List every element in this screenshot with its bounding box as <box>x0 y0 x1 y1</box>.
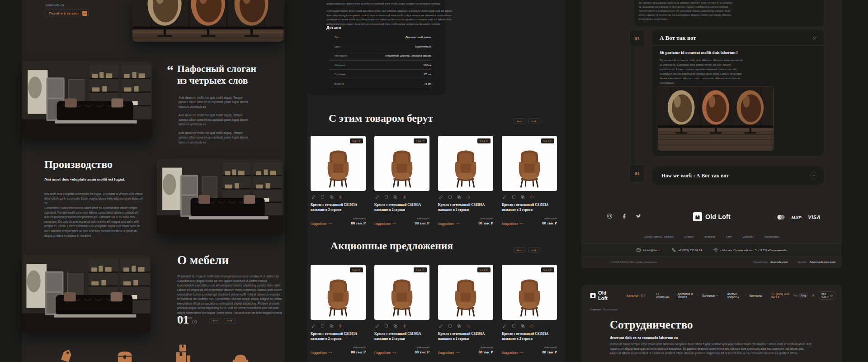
faq-panel-04[interactable]: How we work : А Вот так вот <box>652 167 824 185</box>
more-link[interactable]: Подробнее <box>311 351 333 354</box>
close-icon[interactable] <box>811 35 817 41</box>
faq-number-03[interactable]: 03 <box>629 30 645 47</box>
product-title-line1: Кресло с оттоманкой CS1503A <box>502 203 553 208</box>
chandelier-icon <box>339 195 343 199</box>
breadcrumb-home[interactable]: Главная <box>590 308 601 311</box>
product-card[interactable]: SALE Кресло с оттоманкой CS1503Aназвание… <box>502 136 557 225</box>
go-to-catalog-button[interactable]: Перейти в каталог <box>45 10 89 17</box>
leather-icon <box>512 324 516 328</box>
faq-03-title: А Вот так вот <box>660 34 696 42</box>
nav-delivery[interactable]: Доставка и оплата <box>678 292 693 299</box>
product-card[interactable]: SALE Кресло с оттоманкой CS1503Aназвание… <box>438 136 493 225</box>
header-brand: Old Loft <box>598 290 614 301</box>
product-title: Кресло с оттоманкой CS1503Aназвание в 2 … <box>502 203 553 213</box>
footer-link-light[interactable]: Свет <box>726 235 732 238</box>
chevron-down-icon[interactable] <box>810 172 817 179</box>
pencil-icon <box>311 195 316 199</box>
feature-icons <box>503 195 556 199</box>
more-link[interactable]: Подробнее <box>311 222 333 225</box>
product-image: SALE <box>374 136 429 191</box>
faq-number-04[interactable]: 04 <box>629 164 645 182</box>
user-icon[interactable] <box>812 294 815 298</box>
product-title-line1: Кресло с оттоманкой CS1503A <box>438 332 490 337</box>
prev-arrow-button[interactable] <box>513 247 525 253</box>
next-arrow-button[interactable] <box>528 118 540 124</box>
old-price: 345 тыс Р <box>542 346 557 349</box>
footer-link-mirrors[interactable]: Зеркала <box>704 235 715 238</box>
footer-link-tables[interactable]: Столы, тумбы , шкафы <box>644 235 674 238</box>
hero-photo-chairs <box>132 0 283 42</box>
nav-about[interactable]: О компании <box>656 292 670 299</box>
faq-03-header: А Вот так вот <box>652 30 824 45</box>
site-header: Old Loft Каталог О компании · Доставка и… <box>590 289 835 302</box>
dev-site-link[interactable]: dexcode.com <box>770 261 788 263</box>
design-site-link[interactable]: Amprisedesign.com <box>810 261 835 263</box>
details-row: Высота75 см <box>329 79 432 89</box>
swatch-icon <box>457 195 461 199</box>
leather-icon <box>384 324 388 328</box>
price-block: 345 тыс Р88 тыс Р <box>542 217 557 225</box>
chandelier-icon <box>402 195 406 199</box>
footer-phone[interactable]: +7 (905) 333 64 14 <box>672 248 702 252</box>
more-label: Подробнее <box>502 351 518 354</box>
next-arrow-button[interactable] <box>224 318 236 324</box>
more-link[interactable]: Подробнее <box>438 222 460 225</box>
next-arrow-button[interactable] <box>528 247 540 253</box>
details-row: ЦветКоричневый <box>329 42 432 52</box>
more-label: Подробнее <box>311 222 327 225</box>
footer-link-chairs[interactable]: Стулья <box>684 235 694 238</box>
product-card[interactable]: SALE Кресло с оттоманкой CS1503Aназвание… <box>311 265 366 354</box>
old-price: 345 тыс Р <box>415 346 429 349</box>
photo-sofa-room-3 <box>22 255 151 333</box>
production-body: Nisi amet duis voluptate anim mollit est… <box>44 192 144 238</box>
footer-address[interactable]: г. Москва, Сущёвский вал, 5, с11 ТЦ «Спо… <box>714 248 787 252</box>
cart-button[interactable]: 262 тыс Р <box>819 291 835 300</box>
more-label: Подробнее <box>374 222 391 225</box>
more-label: Подробнее <box>438 222 454 225</box>
header-phone[interactable]: +7 (905) 333 64 14 <box>771 292 793 299</box>
design-canvas: commodo ea. Перейти в каталог “ Пафосный… <box>0 0 868 362</box>
language-toggle: Рус Eng <box>793 293 808 298</box>
pager-current: 01 <box>177 313 189 327</box>
product-card[interactable]: SALE Кресло с оттоманкой CS1503Aназвание… <box>311 136 366 225</box>
header-right: Рус Eng 262 тыс Р <box>793 291 835 300</box>
prev-arrow-button[interactable] <box>513 118 525 124</box>
photo-sofa-room-2 <box>157 159 283 234</box>
slogan-paragraph: Aute deserunt mollit non quis mollit ali… <box>179 131 252 144</box>
slogan-heading: Пафосный слоган из четрыех слов <box>177 63 256 87</box>
lang-ru[interactable]: Рус <box>793 294 798 297</box>
divider <box>652 45 824 46</box>
prev-arrow-button[interactable] <box>209 318 221 324</box>
production-paragraph-2: Consectetur nulla commodo in cillum amet… <box>44 206 144 238</box>
detail-label: Материал <box>335 54 348 57</box>
nav-useful-label: Полезное <box>702 294 715 297</box>
nav-useful[interactable]: Полезное <box>702 294 718 297</box>
more-label: Подробнее <box>311 351 327 354</box>
cart-total: 262 тыс Р <box>821 293 829 298</box>
footer-link-sofas[interactable]: Диваны <box>743 235 753 238</box>
product-title-line1: Кресло с оттоманкой CS1503A <box>502 332 553 337</box>
header-logo[interactable]: Old Loft <box>590 290 614 301</box>
footer-link-accessories[interactable]: Аксессуары <box>764 235 779 238</box>
more-link[interactable]: Подробнее <box>502 351 524 354</box>
product-card[interactable]: SALE Кресло с оттоманкой CS1503Aназвание… <box>374 265 429 354</box>
faq-03-subtitle: Sit pariatur id occaecat mollit duis lab… <box>660 50 816 55</box>
faq-03-body: Sit pariatur id occaecat mollit duis lab… <box>660 58 743 85</box>
more-link[interactable]: Подробнее <box>502 222 524 225</box>
card-bottom: Подробнее345 тыс Р88 тыс Р <box>502 217 557 225</box>
catalog-menu-button[interactable]: Каталог <box>627 294 645 297</box>
nav-contacts[interactable]: Контакты <box>750 294 762 297</box>
old-price: 345 тыс Р <box>351 217 366 220</box>
pencil-icon <box>503 324 507 328</box>
more-link[interactable]: Подробнее <box>374 222 396 225</box>
product-card[interactable]: SALE Кресло с оттоманкой CS1503Aназвание… <box>374 136 429 225</box>
detail-label: Ширина <box>335 63 345 67</box>
product-card[interactable]: SALE Кресло с оттоманкой CS1503Aназвание… <box>502 265 557 354</box>
nav-faq[interactable]: Частые Вопросы <box>727 292 741 299</box>
more-link[interactable]: Подробнее <box>374 351 396 354</box>
more-link[interactable]: Подробнее <box>438 351 460 354</box>
photo-sofa-room-1 <box>22 61 152 138</box>
lang-en[interactable]: Eng <box>799 293 808 298</box>
product-card[interactable]: SALE Кресло с оттоманкой CS1503Aназвание… <box>438 265 493 354</box>
footer-email[interactable]: loft.isk@list.ru <box>637 248 660 252</box>
